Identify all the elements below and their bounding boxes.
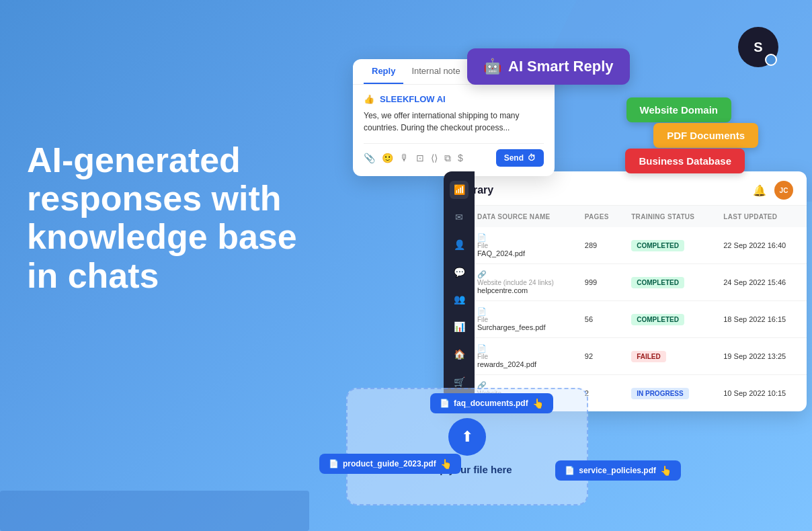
ai-header: 👍 SLEEKFLOW AI	[364, 94, 544, 104]
row-type: Website (include 24 links)	[477, 279, 569, 286]
library-header-right: 🔔 JC	[753, 181, 793, 200]
status-badge: COMPLETED	[631, 240, 684, 251]
file-icon-faq: 📄	[440, 399, 450, 408]
tab-reply[interactable]: Reply	[364, 59, 403, 84]
row-status: FAILED	[623, 338, 715, 375]
cursor-product: 👆	[440, 458, 452, 469]
sidebar-icon-chart[interactable]: 📊	[450, 318, 469, 336]
attachment-icon[interactable]: 📎	[364, 153, 375, 164]
row-status: COMPLETED	[623, 264, 715, 301]
row-pages: 56	[577, 301, 623, 338]
hero-section: AI-generated responses with knowledge ba…	[27, 141, 297, 295]
link-icon: 🔗	[477, 270, 487, 278]
row-updated: 10 Sep 2022 10:15	[715, 375, 807, 412]
status-badge: IN PROGRESS	[631, 388, 688, 399]
file-icon: 📄	[477, 307, 487, 315]
row-name: 📄FileFAQ_2024.pdf	[469, 227, 577, 264]
status-badge: COMPLETED	[631, 314, 684, 325]
reply-message: Yes, we offer international shipping to …	[364, 110, 544, 134]
send-button[interactable]: Send ⏱	[496, 149, 544, 167]
product-file-label: 📄 product_guide_2023.pdf 👆	[319, 454, 461, 474]
sidebar-icon-signal[interactable]: 📶	[450, 181, 469, 199]
row-type: File	[477, 316, 569, 323]
row-type: File	[477, 242, 569, 249]
tab-internal-note[interactable]: Internal note	[403, 59, 468, 84]
col-status: TRAINING STATUS	[623, 206, 715, 227]
table-row: 🔗Website (include 24 links)helpcentre.co…	[444, 264, 807, 301]
file-icon: 📄	[477, 344, 487, 352]
row-pages: 289	[577, 227, 623, 264]
sidebar: 📶 ✉ 👤 💬 👥 📊 🏠 🛒	[444, 171, 475, 400]
emoji-icon[interactable]: 🙂	[382, 153, 393, 164]
col-updated: LAST UPDATED	[715, 206, 807, 227]
copy-icon[interactable]: ⧉	[444, 153, 451, 164]
row-updated: 19 Sep 2022 13:25	[715, 338, 807, 375]
status-badge: FAILED	[631, 351, 666, 362]
row-updated: 18 Sep 2022 16:15	[715, 301, 807, 338]
col-pages: PAGES	[577, 206, 623, 227]
file-icon: 📄	[477, 233, 487, 241]
avatar[interactable]: S	[738, 27, 778, 67]
bell-icon[interactable]: 🔔	[753, 184, 766, 197]
row-status: COMPLETED	[623, 227, 715, 264]
row-filename: helpcentre.com	[477, 286, 569, 294]
ai-smart-reply-button[interactable]: 🤖 AI Smart Reply	[467, 48, 630, 85]
template-icon[interactable]: ⊡	[416, 153, 424, 164]
row-type: File	[477, 353, 569, 360]
table-row: 📄FileFAQ_2024.pdf289COMPLETED22 Sep 2022…	[444, 227, 807, 264]
row-pages: 999	[577, 264, 623, 301]
reply-toolbar: 📎 🙂 🎙 ⊡ ⟨⟩ ⧉ $ Send ⏱	[364, 143, 544, 167]
sidebar-icon-team[interactable]: 👥	[450, 290, 469, 309]
row-filename: FAQ_2024.pdf	[477, 249, 569, 257]
reply-content: 👍 SLEEKFLOW AI Yes, we offer internation…	[353, 85, 555, 176]
dollar-icon[interactable]: $	[458, 153, 463, 164]
table-header-row: DATA SOURCE NAME PAGES TRAINING STATUS L…	[444, 206, 807, 227]
faq-file-label: 📄 faq_documents.pdf 👆	[430, 393, 553, 413]
row-pages: 92	[577, 338, 623, 375]
bg-shape-bottom	[0, 491, 309, 531]
sidebar-icon-contacts[interactable]: 👤	[450, 236, 469, 254]
status-badge: COMPLETED	[631, 277, 684, 288]
file-icon-service: 📄	[565, 466, 575, 475]
thumbs-up-icon: 👍	[364, 94, 374, 104]
row-name: 📄FileSurcharges_fees.pdf	[469, 301, 577, 338]
business-database-tag: Business Database	[625, 149, 745, 173]
row-filename: Surcharges_fees.pdf	[477, 323, 569, 331]
sidebar-icon-home[interactable]: 🏠	[450, 345, 469, 364]
cursor-service: 👆	[660, 465, 672, 476]
cursor-faq: 👆	[532, 398, 544, 409]
service-file-label: 📄 service_policies.pdf 👆	[555, 460, 681, 481]
toolbar-icons: 📎 🙂 🎙 ⊡ ⟨⟩ ⧉ $	[364, 153, 463, 164]
row-updated: 22 Sep 2022 16:40	[715, 227, 807, 264]
pdf-documents-tag: PDF Documents	[653, 123, 758, 148]
sleekflow-ai-label: SLEEKFLOW AI	[380, 94, 446, 104]
row-name: 📄Filerewards_2024.pdf	[469, 338, 577, 375]
ai-smart-reply-label: AI Smart Reply	[508, 58, 614, 75]
robot-icon: 🤖	[483, 58, 501, 75]
row-status: IN PROGRESS	[623, 375, 715, 412]
row-filename: rewards_2024.pdf	[477, 360, 569, 368]
mic-icon[interactable]: 🎙	[400, 153, 409, 164]
website-domain-tag: Website Domain	[626, 97, 731, 122]
jc-avatar: JC	[774, 181, 793, 200]
code-icon[interactable]: ⟨⟩	[431, 153, 438, 164]
table-row: 📄Filerewards_2024.pdf92FAILED19 Sep 2022…	[444, 338, 807, 375]
row-name: 🔗Website (include 24 links)helpcentre.co…	[469, 264, 577, 301]
row-status: COMPLETED	[623, 301, 715, 338]
clock-icon: ⏱	[528, 153, 536, 163]
table-row: 📄FileSurcharges_fees.pdf56COMPLETED18 Se…	[444, 301, 807, 338]
upload-icon: ⬆	[448, 418, 486, 456]
sidebar-icon-inbox[interactable]: ✉	[450, 208, 469, 227]
row-updated: 24 Sep 2022 15:46	[715, 264, 807, 301]
library-table: DATA SOURCE NAME PAGES TRAINING STATUS L…	[444, 206, 807, 411]
col-name: DATA SOURCE NAME	[469, 206, 577, 227]
library-header: Library 🔔 JC	[444, 171, 807, 206]
hero-heading: AI-generated responses with knowledge ba…	[27, 141, 297, 295]
sidebar-icon-chat[interactable]: 💬	[450, 263, 469, 281]
library-panel: Library 🔔 JC DATA SOURCE NAME PAGES TRAI…	[444, 171, 807, 411]
file-icon-product: 📄	[329, 459, 339, 468]
